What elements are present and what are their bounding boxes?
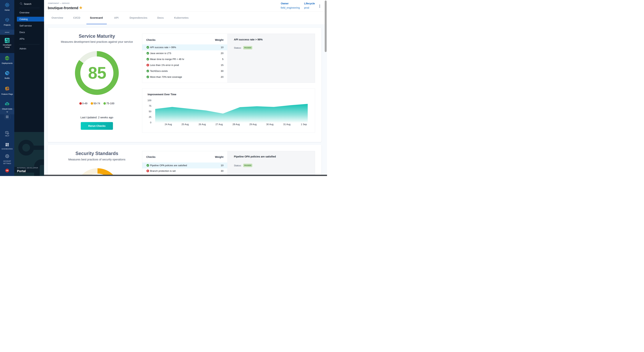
svg-text:?: ? [6, 132, 7, 133]
svg-text:$: $ [6, 102, 8, 105]
